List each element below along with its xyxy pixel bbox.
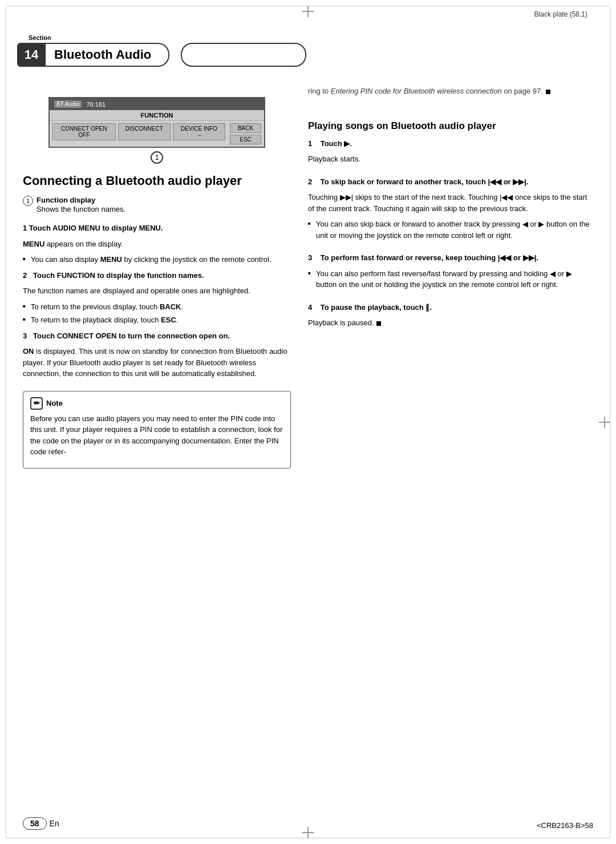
crosshair-bottom xyxy=(302,827,314,838)
play-step2-title: 2 To skip back or forward to another tra… xyxy=(308,176,593,188)
section-number: 14 xyxy=(17,43,46,67)
step1-body: MENU appears on the display. xyxy=(23,239,291,250)
screen-wrapper: BT Audio 78:181 FUNCTION CONNECT OPEN OF… xyxy=(48,97,265,154)
bt-badge: BT Audio xyxy=(54,100,82,108)
function-display-item: 1 Function display Shows the function na… xyxy=(23,195,291,213)
circle-one: 1 xyxy=(151,151,163,164)
connecting-heading: Connecting a Bluetooth audio player xyxy=(23,173,291,188)
note-box: ✏ Note Before you can use audio players … xyxy=(23,391,291,469)
disconnect-btn: DISCONNECT xyxy=(118,123,171,140)
step2-title: 2 Touch FUNCTION to display the function… xyxy=(23,270,291,281)
play-step3-bullet: You can also perform fast reverse/fast f… xyxy=(308,268,593,290)
step2-bullet1: To return to the previous display, touch… xyxy=(23,301,291,313)
step1-bullet1: You can also display MENU by clicking th… xyxy=(23,254,291,265)
circle-num-1: 1 xyxy=(23,196,33,206)
section-right-box xyxy=(181,43,306,67)
section-label: Section xyxy=(29,34,51,41)
step3-body: ON is displayed. This unit is now on sta… xyxy=(23,346,291,379)
step3-title: 3 Touch CONNECT OPEN to turn the connect… xyxy=(23,330,291,342)
step1-title: 1 Touch AUDIO MENU to display MENU. xyxy=(23,223,291,234)
note-text: Before you can use audio players you may… xyxy=(30,413,283,458)
play-step3-title: 3 To perform fast forward or reverse, ke… xyxy=(308,252,593,264)
right-top-text: ring to Entering PIN code for Bluetooth … xyxy=(308,86,593,97)
footer-left: 58 En xyxy=(23,817,59,830)
playing-heading: Playing songs on Bluetooth audio player xyxy=(308,120,593,132)
function-bar: FUNCTION xyxy=(50,110,264,121)
play-step2-body: Touching ▶▶| skips to the start of the n… xyxy=(308,192,593,214)
note-icon: ✏ xyxy=(30,397,43,410)
right-column: ring to Entering PIN code for Bluetooth … xyxy=(308,86,593,333)
footer-lang: En xyxy=(50,819,59,828)
back-btn: BACK xyxy=(230,123,261,133)
stop-square-2 xyxy=(376,321,381,326)
section-title: Bluetooth Audio xyxy=(46,43,169,67)
function-display-text: Shows the function names. xyxy=(37,205,125,213)
step2-bullets: To return to the previous display, touch… xyxy=(23,301,291,326)
screen-container: BT Audio 78:181 FUNCTION CONNECT OPEN OF… xyxy=(48,97,265,154)
step2-body: The function names are displayed and ope… xyxy=(23,285,291,297)
play-step2-bullet: You can also skip back or forward to ano… xyxy=(308,219,593,241)
crosshair-right xyxy=(599,417,610,428)
stop-square xyxy=(546,90,550,94)
function-display-title: Function display xyxy=(37,196,95,204)
esc-btn: ESC xyxy=(230,135,261,144)
play-step4-title: 4 To pause the playback, touch ‖. xyxy=(308,302,593,313)
connect-open-btn: CONNECT OPEN OFF xyxy=(52,123,116,140)
step1-bullets: You can also display MENU by clicking th… xyxy=(23,254,291,265)
device-screen: BT Audio 78:181 FUNCTION CONNECT OPEN OF… xyxy=(48,97,265,148)
play-step2-bullets: You can also skip back or forward to ano… xyxy=(308,219,593,241)
page-number: 58 xyxy=(23,817,47,830)
screen-top-bar: BT Audio 78:181 xyxy=(50,98,264,110)
footer-right: <CRB2163-B>58 xyxy=(537,821,593,830)
device-info-btn: DEVICE INFO → xyxy=(173,123,225,140)
left-column: BT Audio 78:181 FUNCTION CONNECT OPEN OF… xyxy=(23,86,291,469)
crosshair-top xyxy=(302,6,314,17)
step2-bullet2: To return to the playback display, touch… xyxy=(23,314,291,326)
screen-time: 78:181 xyxy=(86,101,106,108)
section-header: 14 Bluetooth Audio xyxy=(17,43,306,67)
play-step3-bullets: You can also perform fast reverse/fast f… xyxy=(308,268,593,290)
play-step1-title: 1 Touch ▶. xyxy=(308,138,593,150)
play-step1-body: Playback starts. xyxy=(308,154,593,165)
note-title: ✏ Note xyxy=(30,397,283,410)
play-step4-body: Playback is paused. xyxy=(308,317,593,329)
plate-info: Black plate (58,1) xyxy=(534,10,587,18)
